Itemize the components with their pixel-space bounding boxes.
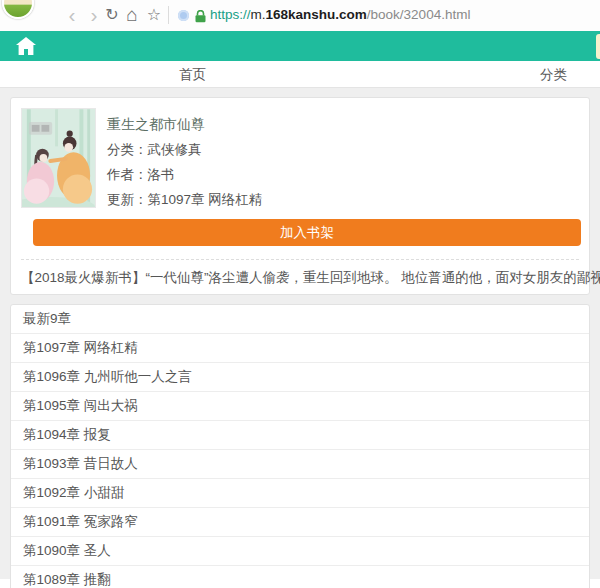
site-nav: 首页 分类 (0, 61, 600, 88)
url-scheme: https:// (210, 7, 251, 22)
chapter-link[interactable]: 第1096章 九州听他一人之言 (11, 362, 589, 391)
url-path: /book/32004.html (367, 7, 471, 22)
url-host-prefix: m. (251, 7, 266, 22)
refresh-icon[interactable]: ↻ (102, 0, 122, 31)
nav-item-home[interactable]: 首页 (179, 61, 206, 88)
site-home-icon[interactable] (16, 37, 36, 55)
browser-profile-avatar[interactable] (2, 0, 34, 19)
add-to-bookshelf-button[interactable]: 加入书架 (33, 219, 581, 246)
url-host: 168kanshu.com (266, 7, 367, 22)
book-info-card: 重生之都市仙尊 分类：武侠修真 作者：洛书 更新：第1097章 网络杠精 加入书… (10, 97, 590, 295)
chapter-link[interactable]: 第1095章 闯出大祸 (11, 391, 589, 420)
address-bar[interactable]: https://m.168kanshu.com/book/32004.html (210, 0, 470, 31)
chapter-link[interactable]: 第1091章 冤家路窄 (11, 507, 589, 536)
toolbar-separator (168, 6, 169, 24)
book-info-top: 重生之都市仙尊 分类：武侠修真 作者：洛书 更新：第1097章 网络杠精 (21, 108, 579, 212)
nav-item-categories[interactable]: 分类 (540, 61, 567, 88)
browser-toolbar: ‹ › ↻ ⌂ ☆ https://m.168kanshu.com/book/3… (0, 0, 600, 31)
page-content: 重生之都市仙尊 分类：武侠修真 作者：洛书 更新：第1097章 网络杠精 加入书… (0, 88, 600, 579)
chapter-link[interactable]: 第1090章 圣人 (11, 536, 589, 565)
secure-lock-icon[interactable] (195, 9, 206, 27)
chapter-link[interactable]: 第1093章 昔日故人 (11, 449, 589, 478)
chapter-link[interactable]: 第1089章 推翻 (11, 565, 589, 588)
book-title: 重生之都市仙尊 (107, 112, 579, 137)
book-description: 【2018最火爆新书】“一代仙尊”洛尘遭人偷袭，重生回到地球。 地位普通的他，面… (21, 260, 600, 287)
chapter-link[interactable]: 第1097章 网络杠精 (11, 333, 589, 362)
browser-home-icon[interactable]: ⌂ (122, 0, 142, 31)
site-info-icon[interactable] (178, 10, 189, 21)
site-header (0, 31, 600, 61)
book-meta: 重生之都市仙尊 分类：武侠修真 作者：洛书 更新：第1097章 网络杠精 (107, 108, 579, 212)
book-latest-update: 更新：第1097章 网络杠精 (107, 187, 579, 212)
chapter-link[interactable]: 第1092章 小甜甜 (11, 478, 589, 507)
back-icon[interactable]: ‹ (62, 0, 82, 31)
book-cover-image (21, 108, 96, 208)
chapter-list-header: 最新9章 (11, 305, 589, 333)
bookmark-star-icon[interactable]: ☆ (144, 0, 164, 31)
header-menu-sliver[interactable] (596, 34, 600, 59)
book-category: 分类：武侠修真 (107, 137, 579, 162)
forward-icon[interactable]: › (84, 0, 104, 31)
book-author: 作者：洛书 (107, 162, 579, 187)
chapter-list-card: 最新9章 第1097章 网络杠精 第1096章 九州听他一人之言 第1095章 … (10, 304, 590, 588)
chapter-link[interactable]: 第1094章 报复 (11, 420, 589, 449)
